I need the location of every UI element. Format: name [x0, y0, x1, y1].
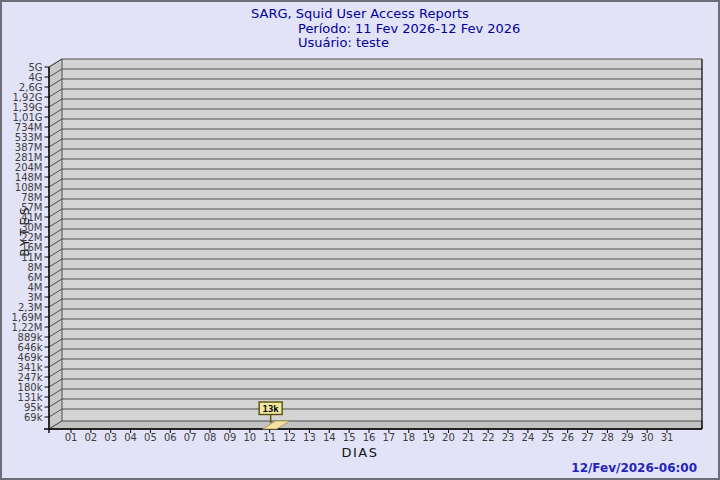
plot-area: [62, 59, 702, 421]
x-tick-label: 24: [522, 432, 535, 443]
y-tick-label: 69k: [24, 412, 43, 423]
x-tick-label: 01: [65, 432, 78, 443]
x-tick-label: 10: [243, 432, 256, 443]
x-tick-label: 31: [661, 432, 674, 443]
x-tick-label: 25: [541, 432, 554, 443]
x-tick-label: 02: [84, 432, 97, 443]
x-tick-label: 08: [204, 432, 217, 443]
x-tick-label: 07: [184, 432, 197, 443]
x-tick-label: 06: [164, 432, 177, 443]
x-tick-label: 13: [303, 432, 316, 443]
x-tick-label: 15: [343, 432, 356, 443]
value-flag-label: 13k: [263, 404, 280, 414]
x-tick-label: 14: [323, 432, 336, 443]
x-tick-label: 20: [442, 432, 455, 443]
x-tick-label: 28: [601, 432, 614, 443]
floor-3d: [49, 421, 702, 429]
x-tick-label: 30: [641, 432, 654, 443]
x-tick-label: 23: [502, 432, 515, 443]
x-tick-label: 05: [144, 432, 157, 443]
x-tick-label: 03: [104, 432, 117, 443]
x-tick-label: 27: [581, 432, 594, 443]
x-tick-label: 26: [561, 432, 574, 443]
x-tick-label: 19: [422, 432, 435, 443]
x-tick-label: 21: [462, 432, 475, 443]
bytes-per-day-chart: 5G4G2,6G1,92G1,39G1,01G734M533M387M281M2…: [2, 2, 720, 480]
x-tick-label: 11: [263, 432, 276, 443]
x-tick-label: 12: [283, 432, 296, 443]
x-tick-label: 09: [224, 432, 237, 443]
x-tick-label: 29: [621, 432, 634, 443]
x-tick-label: 18: [402, 432, 415, 443]
x-tick-label: 22: [482, 432, 495, 443]
x-tick-label: 17: [382, 432, 395, 443]
x-tick-label: 04: [124, 432, 137, 443]
sarg-report-canvas: SARG, Squid User Access Reports Período:…: [0, 0, 720, 480]
x-tick-label: 16: [363, 432, 376, 443]
